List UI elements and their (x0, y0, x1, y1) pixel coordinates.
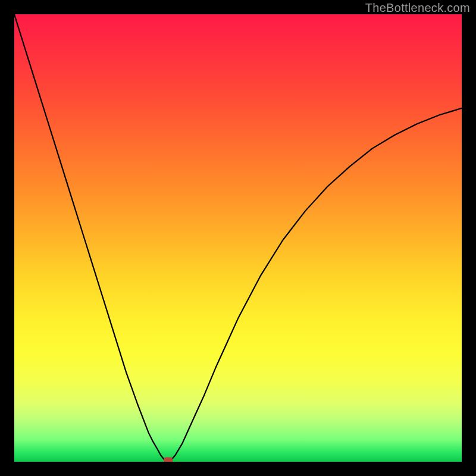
watermark-text: TheBottleneck.com (365, 1, 470, 15)
minimum-marker (164, 458, 173, 462)
chart-svg (14, 14, 462, 462)
plot-area (14, 14, 462, 462)
bottleneck-curve (14, 14, 462, 462)
chart-frame: TheBottleneck.com (0, 0, 476, 476)
